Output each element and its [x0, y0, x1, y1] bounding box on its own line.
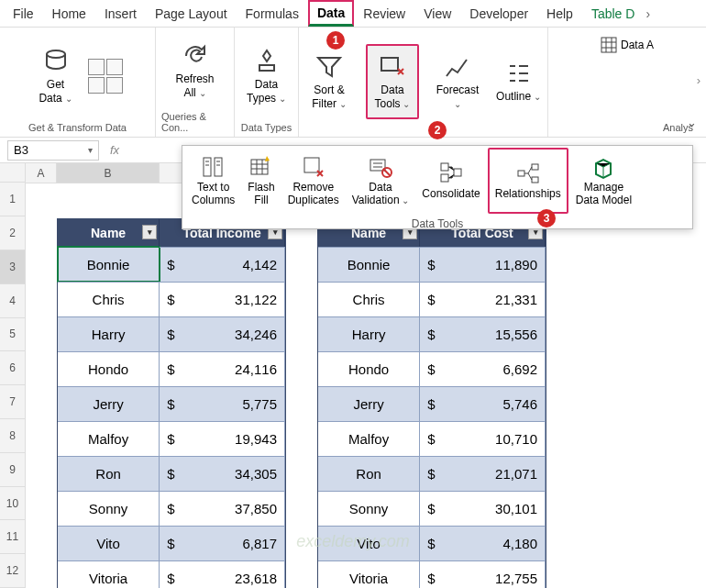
forecast-button[interactable]: Forecast: [431, 44, 484, 119]
cell-value[interactable]: $24,116: [160, 351, 285, 386]
cell-value[interactable]: $19,943: [160, 421, 285, 456]
tab-home[interactable]: Home: [43, 1, 95, 27]
text-to-columns-button[interactable]: Text toColumns: [186, 148, 240, 214]
manage-data-model-button[interactable]: ManageData Model: [570, 148, 637, 214]
cell-name[interactable]: Chris: [318, 282, 420, 316]
tab-page-layout[interactable]: Page Layout: [146, 1, 237, 27]
table-row[interactable]: Jerry$5,775: [58, 386, 285, 421]
column-header[interactable]: B: [57, 163, 160, 183]
data-validation-button[interactable]: DataValidation: [347, 148, 415, 214]
cell-name[interactable]: Harry: [58, 316, 160, 351]
cell-value[interactable]: $23,618: [160, 560, 285, 588]
row-header[interactable]: 5: [0, 318, 25, 352]
table-row[interactable]: Bonnie$11,890: [318, 247, 546, 282]
row-header[interactable]: 3: [0, 250, 25, 284]
ribbon-collapse-button[interactable]: ⌄: [680, 111, 702, 133]
row-header[interactable]: 12: [0, 554, 25, 588]
cell-name[interactable]: Vitoria: [318, 560, 420, 588]
tab-developer[interactable]: Developer: [460, 1, 537, 27]
table-row[interactable]: Sonny$37,850: [58, 491, 285, 526]
cell-value[interactable]: $31,122: [160, 282, 285, 316]
table-row[interactable]: Harry$15,556: [318, 316, 546, 351]
table-row[interactable]: Malfoy$10,710: [318, 421, 546, 456]
row-header[interactable]: 11: [0, 520, 25, 554]
cell-name[interactable]: Hondo: [58, 351, 160, 386]
cell-value[interactable]: $4,142: [160, 247, 285, 282]
get-data-button[interactable]: GetData: [29, 39, 83, 114]
row-header[interactable]: 6: [0, 351, 25, 385]
table-row[interactable]: Vitoria$23,618: [58, 560, 285, 588]
cell-name[interactable]: Jerry: [318, 386, 420, 421]
cell-value[interactable]: $34,305: [160, 456, 285, 491]
data-analysis-button[interactable]: Data A: [601, 37, 654, 53]
tab-view[interactable]: View: [414, 1, 460, 27]
get-data-small-icons[interactable]: [88, 59, 123, 94]
consolidate-button[interactable]: Consolidate: [416, 148, 485, 214]
table-row[interactable]: Harry$34,246: [58, 316, 285, 351]
table-row[interactable]: Vito$6,817: [58, 526, 285, 560]
table-row[interactable]: Chris$31,122: [58, 282, 285, 316]
cell-value[interactable]: $4,180: [420, 526, 546, 560]
relationships-button[interactable]: Relationships: [488, 148, 568, 214]
row-header[interactable]: 8: [0, 419, 25, 453]
table-row[interactable]: Sonny$30,101: [318, 491, 546, 526]
cell-name[interactable]: Chris: [58, 282, 160, 316]
cell-value[interactable]: $6,817: [160, 526, 285, 560]
row-header[interactable]: 2: [0, 216, 25, 250]
column-header[interactable]: A: [26, 163, 57, 183]
tab-table-design[interactable]: Table D: [582, 1, 644, 27]
cell-value[interactable]: $37,850: [160, 491, 285, 526]
cell-name[interactable]: Bonnie: [58, 247, 160, 282]
fx-icon[interactable]: fx: [106, 143, 123, 157]
table-row[interactable]: Hondo$6,692: [318, 351, 546, 386]
ribbon-overflow-button[interactable]: ›: [697, 73, 700, 87]
cell-value[interactable]: $21,331: [420, 282, 546, 316]
cell-name[interactable]: Malfoy: [58, 421, 160, 456]
cell-value[interactable]: $5,746: [420, 386, 546, 421]
cell-name[interactable]: Bonnie: [318, 247, 420, 282]
table-row[interactable]: Ron$21,071: [318, 456, 546, 491]
cell-name[interactable]: Ron: [318, 456, 420, 491]
tab-file[interactable]: File: [4, 1, 43, 27]
refresh-all-button[interactable]: RefreshAll: [169, 33, 222, 108]
cell-value[interactable]: $30,101: [420, 491, 546, 526]
cell-value[interactable]: $10,710: [420, 421, 546, 456]
cell-value[interactable]: $12,755: [420, 560, 546, 588]
cell-name[interactable]: Hondo: [318, 351, 420, 386]
cell-name[interactable]: Vitoria: [58, 560, 160, 588]
outline-button[interactable]: Outline: [492, 44, 546, 119]
tab-data[interactable]: Data: [308, 0, 354, 27]
select-all-corner[interactable]: [0, 163, 25, 183]
cell-name[interactable]: Jerry: [58, 386, 160, 421]
cell-name[interactable]: Harry: [318, 316, 420, 351]
cell-name[interactable]: Ron: [58, 456, 160, 491]
row-header[interactable]: 7: [0, 385, 25, 419]
table-row[interactable]: Chris$21,331: [318, 282, 546, 316]
cell-name[interactable]: Sonny: [318, 491, 420, 526]
table-row[interactable]: Vitoria$12,755: [318, 560, 546, 588]
cell-value[interactable]: $11,890: [420, 247, 546, 282]
cell-value[interactable]: $34,246: [160, 316, 285, 351]
cell-value[interactable]: $21,071: [420, 456, 546, 491]
cell-value[interactable]: $6,692: [420, 351, 546, 386]
remove-duplicates-button[interactable]: RemoveDuplicates: [282, 148, 345, 214]
table-row[interactable]: Bonnie$4,142: [58, 247, 285, 282]
table1-header-name[interactable]: Name▾: [58, 219, 160, 247]
flash-fill-button[interactable]: FlashFill: [242, 148, 280, 214]
sort-filter-button[interactable]: Sort &Filter: [303, 44, 356, 119]
cell-name[interactable]: Malfoy: [318, 421, 420, 456]
table-row[interactable]: Malfoy$19,943: [58, 421, 285, 456]
row-header[interactable]: 10: [0, 487, 25, 521]
tabs-overflow[interactable]: ›: [644, 1, 652, 27]
row-header[interactable]: 1: [0, 183, 25, 216]
data-types-button[interactable]: DataTypes: [240, 39, 293, 114]
name-box[interactable]: B3 ▾: [7, 140, 99, 161]
tab-review[interactable]: Review: [354, 1, 414, 27]
table-row[interactable]: Hondo$24,116: [58, 351, 285, 386]
cell-name[interactable]: Sonny: [58, 491, 160, 526]
data-tools-button[interactable]: DataTools: [366, 44, 419, 119]
table-row[interactable]: Jerry$5,746: [318, 386, 546, 421]
cell-value[interactable]: $15,556: [420, 316, 546, 351]
row-header[interactable]: 9: [0, 453, 25, 487]
tab-insert[interactable]: Insert: [95, 1, 146, 27]
